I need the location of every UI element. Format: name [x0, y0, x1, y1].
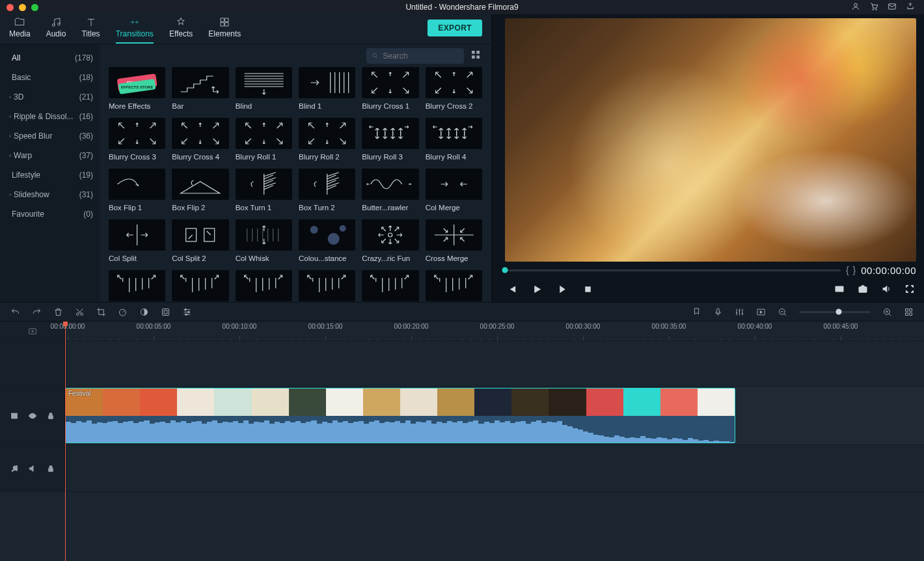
transition-thumb	[426, 219, 482, 251]
record-voiceover-icon[interactable]	[713, 307, 723, 317]
tab-transitions[interactable]: Transitions	[116, 16, 154, 44]
transition-item[interactable]: Butter...rawler	[362, 169, 418, 212]
eye-icon[interactable]	[28, 411, 37, 420]
transition-item[interactable]	[236, 270, 292, 302]
undo-icon[interactable]	[10, 307, 20, 317]
transition-item[interactable]	[172, 270, 228, 302]
transition-item[interactable]: Blurry Roll 4	[426, 118, 482, 161]
speaker-icon[interactable]	[28, 464, 37, 473]
titlebar: Untitled - Wondershare Filmora9	[0, 0, 924, 14]
close-window-icon[interactable]	[7, 4, 14, 11]
mark-in-out[interactable]: {}	[846, 265, 856, 275]
category-item[interactable]: ›Ripple & Dissol...(16)	[0, 107, 100, 126]
category-item[interactable]: Favourite(0)	[0, 204, 100, 224]
color-icon[interactable]	[139, 307, 149, 317]
transition-item[interactable]: Blind 1	[299, 67, 355, 110]
search-input[interactable]	[383, 51, 459, 61]
category-item[interactable]: ›Slideshow(31)	[0, 185, 100, 204]
transition-item[interactable]: Blurry Roll 3	[362, 118, 418, 161]
transition-item[interactable]	[362, 270, 418, 302]
inbox-icon[interactable]	[888, 2, 897, 13]
tab-audio[interactable]: Audio	[46, 16, 66, 44]
play-icon[interactable]	[532, 284, 543, 295]
transition-item[interactable]: Blurry Cross 4	[172, 118, 228, 161]
transition-item[interactable]: Blurry Roll 2	[299, 118, 355, 161]
crop-icon[interactable]	[96, 307, 106, 317]
lock-icon[interactable]	[46, 464, 55, 473]
speed-icon[interactable]	[118, 307, 128, 317]
transition-item[interactable]: Col Merge	[426, 169, 482, 212]
volume-icon[interactable]	[881, 284, 891, 294]
tab-elements[interactable]: Elements	[208, 16, 241, 44]
playhead[interactable]	[65, 322, 66, 561]
zoom-slider[interactable]	[799, 311, 871, 313]
zoom-fit-icon[interactable]	[904, 307, 914, 317]
category-item[interactable]: Basic(18)	[0, 68, 100, 87]
export-button[interactable]: EXPORT	[428, 20, 482, 36]
chevron-right-icon: ›	[9, 152, 11, 159]
prev-frame-icon[interactable]	[506, 284, 517, 295]
transition-item[interactable]: Blurry Cross 3	[109, 118, 165, 161]
transition-item[interactable]: Colou...stance	[299, 219, 355, 262]
tab-effects[interactable]: Effects	[169, 16, 193, 44]
transition-item[interactable]: Blind	[236, 67, 292, 110]
cut-icon[interactable]	[75, 307, 85, 317]
ruler-label: 00:00:45:00	[824, 323, 858, 330]
transition-label: Blurry Roll 4	[426, 153, 482, 161]
transition-item[interactable]	[426, 270, 482, 302]
snapshot-icon[interactable]	[858, 284, 868, 294]
transition-item[interactable]: FILMORAEFFECTS STOREMore Effects	[109, 67, 165, 110]
timeline-ruler[interactable]: 00:00:00:0000:00:05:0000:00:10:0000:00:1…	[0, 322, 924, 341]
transition-item[interactable]: Box Turn 1	[236, 169, 292, 212]
account-icon[interactable]	[851, 2, 860, 13]
transition-item[interactable]: Crazy...ric Fun	[362, 219, 418, 262]
transition-thumb	[299, 67, 355, 98]
transition-item[interactable]: Col Whisk	[236, 219, 292, 262]
category-item[interactable]: ›3D(21)	[0, 87, 100, 107]
transition-label: Butter...rawler	[362, 204, 418, 212]
svg-point-1	[873, 8, 874, 10]
fullscreen-icon[interactable]	[904, 284, 915, 294]
transition-thumb	[172, 169, 228, 200]
svg-point-55	[328, 233, 340, 245]
minimize-window-icon[interactable]	[19, 4, 26, 11]
transition-item[interactable]: Col Split 2	[172, 219, 228, 262]
transition-item[interactable]: Col Split	[109, 219, 165, 262]
category-item[interactable]: ›Warp(37)	[0, 146, 100, 165]
cart-icon[interactable]	[869, 2, 878, 13]
transition-item[interactable]: Blurry Roll 1	[236, 118, 292, 161]
update-icon[interactable]	[906, 2, 915, 13]
category-item[interactable]: Lifestyle(19)	[0, 165, 100, 185]
tab-media[interactable]: Media	[9, 16, 31, 44]
transition-item[interactable]	[109, 270, 165, 302]
marker-icon[interactable]	[692, 307, 701, 317]
audio-mixer-icon[interactable]	[735, 307, 744, 317]
redo-icon[interactable]	[32, 307, 42, 317]
transition-item[interactable]: Box Turn 2	[299, 169, 355, 212]
transition-item[interactable]: Blurry Cross 1	[362, 67, 418, 110]
zoom-out-icon[interactable]	[778, 307, 787, 317]
category-item[interactable]: All(178)	[0, 48, 100, 68]
zoom-in-icon[interactable]	[882, 307, 892, 317]
transition-item[interactable]: Blurry Cross 2	[426, 67, 482, 110]
transition-item[interactable]	[299, 270, 355, 302]
preview-video[interactable]	[505, 18, 916, 262]
grid-view-toggle[interactable]	[470, 49, 481, 62]
stop-icon[interactable]	[582, 284, 593, 295]
green-screen-icon[interactable]	[161, 307, 170, 317]
maximize-window-icon[interactable]	[31, 4, 38, 11]
transition-item[interactable]: Box Flip 1	[109, 169, 165, 212]
preview-progress[interactable]	[505, 269, 841, 271]
transition-item[interactable]: Bar	[172, 67, 228, 110]
tab-titles[interactable]: Titles	[81, 16, 100, 44]
transition-item[interactable]: Box Flip 2	[172, 169, 228, 212]
next-frame-icon[interactable]	[557, 284, 568, 295]
adjust-icon[interactable]	[182, 307, 192, 317]
quality-icon[interactable]	[834, 284, 845, 294]
render-preview-icon[interactable]	[756, 307, 766, 317]
transition-item[interactable]: Cross Merge	[426, 219, 482, 262]
timeline-clip[interactable]: Festival	[65, 388, 735, 443]
category-item[interactable]: ›Speed Blur(36)	[0, 126, 100, 146]
lock-icon[interactable]	[46, 411, 55, 420]
delete-icon[interactable]	[53, 307, 63, 317]
